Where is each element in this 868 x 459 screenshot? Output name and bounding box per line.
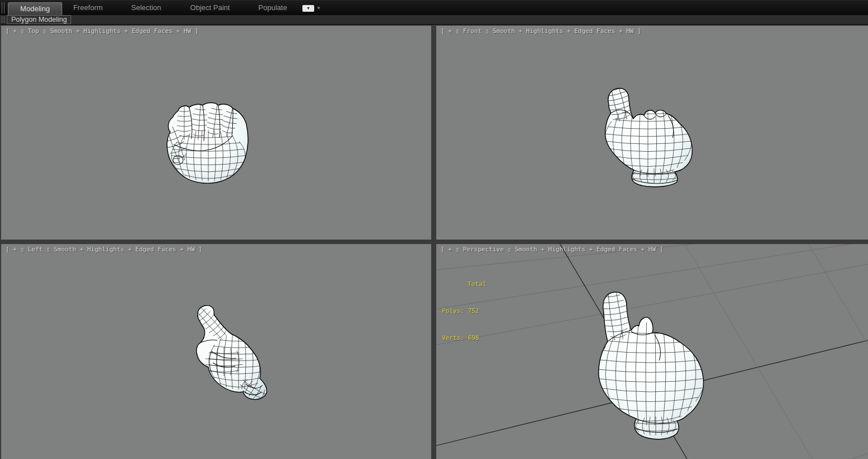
ribbon-grip-line[interactable] <box>4 2 4 13</box>
ribbon-grip-line[interactable] <box>2 2 2 13</box>
viewport-top-canvas[interactable] <box>1 26 431 240</box>
viewport-grid: [ + ▯ Top ▯ Smooth + Highlights + Edged … <box>0 25 868 459</box>
ribbon-panel-row: Polygon Modeling <box>0 15 868 25</box>
tab-modeling[interactable]: Modeling <box>8 2 62 16</box>
stats-polys-value: 752 <box>468 307 479 315</box>
stats-verts-label: Verts: <box>442 334 464 341</box>
hand-model[interactable] <box>604 83 692 187</box>
viewport-left[interactable]: [ + ▯ Left ▯ Smooth + Highlights + Edged… <box>1 244 431 459</box>
ribbon: Modeling Freeform Selection Object Paint… <box>0 0 868 25</box>
tab-freeform[interactable]: Freeform <box>66 1 110 15</box>
tab-object-paint[interactable]: Object Paint <box>178 1 242 15</box>
hand-model[interactable] <box>193 304 269 404</box>
stats-polys-label: Polys: <box>442 307 464 315</box>
viewport-left-label[interactable]: [ + ▯ Left ▯ Smooth + Highlights + Edged… <box>6 246 202 253</box>
panel-grip-line[interactable] <box>2 16 2 23</box>
viewport-front-label[interactable]: [ + ▯ Front ▯ Smooth + Highlights + Edge… <box>441 27 641 35</box>
viewport-perspective-label[interactable]: [ + ▯ Perspective ▯ Smooth + Highlights … <box>441 246 663 253</box>
panel-tab-polygon-modeling[interactable]: Polygon Modeling <box>7 15 71 24</box>
viewport-front[interactable]: [ + ▯ Front ▯ Smooth + Highlights + Edge… <box>436 26 868 240</box>
stats-verts-value: 698 <box>468 334 479 341</box>
viewport-left-canvas[interactable] <box>1 244 431 459</box>
stats-total-label: Total <box>442 280 486 289</box>
viewport-front-canvas[interactable] <box>436 26 868 240</box>
viewport-perspective[interactable]: [ + ▯ Perspective ▯ Smooth + Highlights … <box>436 244 868 459</box>
tab-populate[interactable]: Populate <box>249 1 297 15</box>
chevron-down-icon: ▼ <box>316 5 321 12</box>
viewport-top[interactable]: [ + ▯ Top ▯ Smooth + Highlights + Edged … <box>1 26 431 240</box>
panel-grip-line[interactable] <box>4 16 4 23</box>
statistics-overlay: Total Polys: 752 Verts: 698 <box>442 262 486 360</box>
ribbon-collapse-button[interactable]: ▼ ▼ <box>302 4 325 12</box>
viewport-top-label[interactable]: [ + ▯ Top ▯ Smooth + Highlights + Edged … <box>6 27 198 35</box>
ribbon-collapse-icon: ▼ <box>302 5 314 12</box>
3ds-max-window: Modeling Freeform Selection Object Paint… <box>0 0 868 459</box>
hand-model[interactable] <box>596 290 706 439</box>
hand-model[interactable] <box>161 103 248 184</box>
ribbon-tab-row: Modeling Freeform Selection Object Paint… <box>0 0 868 15</box>
viewport-perspective-canvas[interactable] <box>436 244 868 459</box>
tab-selection[interactable]: Selection <box>123 1 169 15</box>
